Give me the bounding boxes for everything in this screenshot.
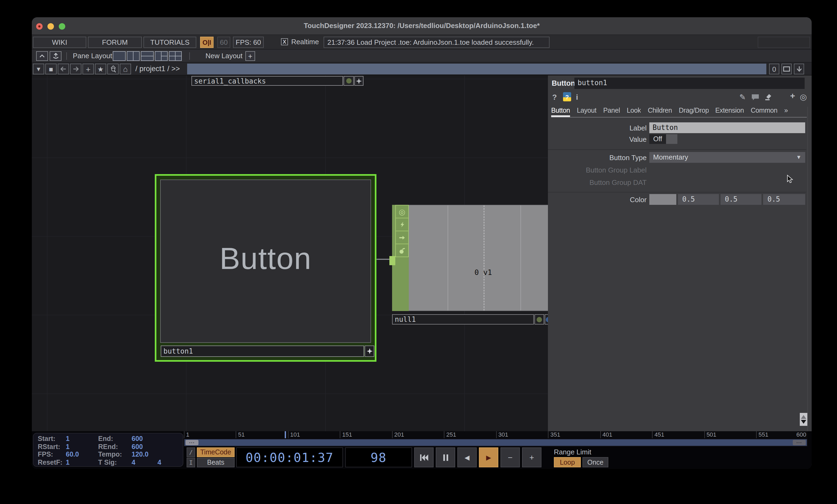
timeline-ruler[interactable]: 151101151201251301351401451501551600 [184, 431, 807, 438]
rend-value[interactable]: 600 [131, 443, 158, 451]
null1-lock-flag[interactable] [395, 244, 409, 257]
button1-node-add[interactable] [364, 345, 374, 357]
add-layout-button[interactable]: + [245, 51, 255, 61]
tab-layout[interactable]: Layout [577, 106, 596, 117]
tsig-num[interactable]: 4 [131, 458, 158, 466]
comment-button[interactable] [751, 94, 759, 103]
layout-quad-button[interactable] [169, 51, 182, 61]
param-color-b-field[interactable]: 0.5 [763, 194, 805, 205]
rstart-value[interactable]: 1 [66, 443, 98, 451]
fps-value[interactable]: 60.0 [66, 451, 98, 458]
pause-button[interactable] [436, 447, 455, 467]
frame-display[interactable]: 98 [345, 447, 412, 467]
path-dropdown-button[interactable]: ▼ [33, 64, 44, 74]
param-value-toggle-label[interactable]: Off [649, 134, 666, 144]
breadcrumb[interactable]: / project1 / >> [135, 65, 180, 73]
layout-single-button[interactable] [113, 51, 126, 61]
close-button[interactable] [36, 23, 42, 30]
param-label-field[interactable]: Button [649, 122, 805, 133]
once-button[interactable]: Once [583, 457, 608, 467]
tab-extension[interactable]: Extension [715, 106, 744, 117]
serial-callbacks-node-name[interactable]: serial1_callbacks [192, 76, 343, 86]
null1-export-flag[interactable] [395, 231, 409, 244]
param-value-toggle[interactable] [666, 134, 677, 144]
null1-viewer-flag[interactable]: ◎ [395, 205, 409, 218]
stop-button[interactable]: ■ [45, 64, 57, 74]
timecode-display[interactable]: 00:00:01:37 [236, 447, 343, 467]
python-help-button[interactable]: ? [563, 92, 571, 101]
integer-mode-button[interactable]: I [186, 458, 195, 467]
add-parameter-button[interactable]: + [790, 92, 795, 100]
forward-button[interactable] [70, 64, 82, 74]
home-button[interactable]: ⌂ [120, 64, 131, 74]
add-op-button[interactable]: + [83, 64, 94, 74]
tab-button[interactable]: Button [551, 106, 570, 117]
play-button[interactable]: ▶ [479, 447, 498, 467]
range-start-handle[interactable]: ... [185, 440, 198, 445]
null1-input-connector[interactable] [389, 256, 395, 265]
realtime-checkbox[interactable]: X [281, 38, 288, 45]
network-editor[interactable]: serial1_callbacks Button button1 ◎ [32, 75, 548, 431]
tabs-overflow-button[interactable]: » [784, 106, 788, 117]
tab-drag-drop[interactable]: Drag/Drop [679, 106, 708, 117]
copy-parameters-button[interactable] [764, 93, 772, 103]
tsig-den[interactable]: 4 [158, 458, 183, 466]
step-back-button[interactable]: − [500, 447, 520, 467]
tempo-value[interactable]: 120.0 [131, 451, 158, 458]
tutorials-button[interactable]: TUTORIALS [143, 37, 196, 48]
bookmark-button[interactable]: ★ [95, 64, 106, 74]
timeline-range-bar[interactable]: ... ... [184, 439, 807, 446]
null1-node-flag2[interactable] [545, 314, 548, 324]
layout-split-h-button[interactable] [141, 51, 154, 61]
button1-node-name[interactable]: button1 [161, 345, 364, 357]
target-ops-button[interactable]: ◎ [800, 93, 807, 101]
param-value-name[interactable]: Value [548, 135, 647, 143]
tab-panel[interactable]: Panel [603, 106, 620, 117]
op-name-field[interactable]: button1 [574, 78, 805, 89]
param-color-name[interactable]: Color [548, 196, 647, 204]
param-color-g-field[interactable]: 0.5 [720, 194, 762, 205]
dock-down-button[interactable] [794, 64, 804, 74]
timecode-mode-button[interactable]: TimeCode [197, 447, 235, 457]
button1-node[interactable]: Button button1 [155, 174, 376, 362]
param-buttontype-name[interactable]: Button Type [548, 154, 647, 162]
param-buttontype-dropdown[interactable]: Momentary ▼ [649, 152, 805, 163]
range-end-handle[interactable]: ... [793, 440, 806, 445]
layout-split-v-button[interactable] [127, 51, 140, 61]
end-value[interactable]: 600 [131, 435, 158, 443]
resetf-value[interactable]: 1 [66, 458, 98, 466]
fps-button[interactable]: FPS: 60 [233, 37, 264, 48]
pane-export-button[interactable] [50, 51, 61, 61]
path-edit-field[interactable] [187, 64, 766, 74]
minimize-button[interactable] [48, 23, 54, 30]
frame-mode-button[interactable]: / [186, 447, 195, 457]
jump-to-start-button[interactable] [414, 447, 433, 467]
playhead[interactable] [285, 431, 286, 438]
layout-three-button[interactable] [155, 51, 168, 61]
scrollbar-arrows[interactable] [800, 413, 807, 426]
tab-children[interactable]: Children [648, 106, 672, 117]
null1-node-body[interactable]: 0 v1 [409, 205, 548, 311]
op-find-button[interactable] [107, 64, 119, 74]
param-color-swatch[interactable] [649, 194, 676, 205]
start-value[interactable]: 1 [66, 435, 98, 443]
scrollbar-track[interactable] [807, 107, 808, 431]
forum-button[interactable]: FORUM [88, 37, 142, 48]
beats-mode-button[interactable]: Beats [197, 458, 235, 467]
button1-node-viewer[interactable]: Button [160, 180, 371, 343]
param-color-r-field[interactable]: 0.5 [678, 194, 719, 205]
serial-node-add[interactable] [354, 76, 363, 86]
null1-cook-flag[interactable] [395, 218, 409, 231]
wiki-button[interactable]: WIKI [33, 37, 86, 48]
null1-node-flag[interactable] [534, 314, 544, 324]
help-button[interactable]: ? [552, 93, 557, 101]
back-button[interactable] [58, 64, 69, 74]
null1-node-name[interactable]: null1 [392, 314, 534, 324]
loop-button[interactable]: Loop [554, 457, 581, 467]
zoom-button[interactable] [59, 23, 65, 30]
serial-node-flag[interactable] [343, 76, 354, 86]
play-reverse-button[interactable]: ◀ [457, 447, 477, 467]
expression-mode-button[interactable]: ✎ [740, 93, 746, 101]
tab-look[interactable]: Look [627, 106, 641, 117]
floating-window-button[interactable] [781, 64, 792, 74]
